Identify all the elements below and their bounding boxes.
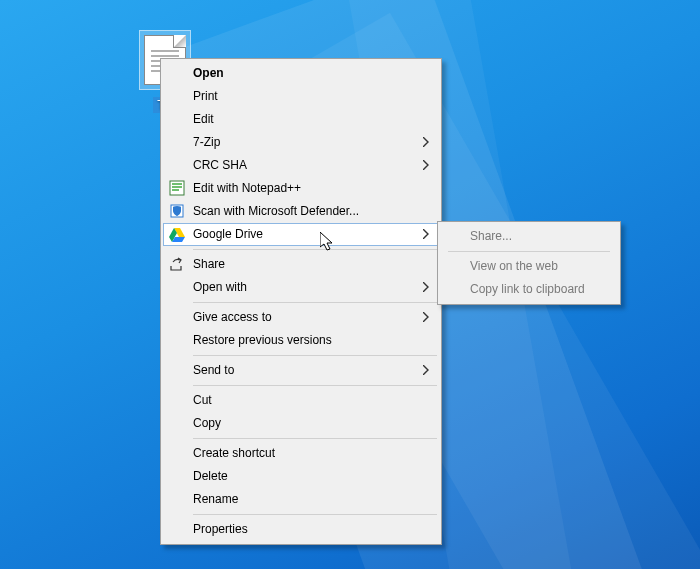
menu-label: Share bbox=[193, 257, 225, 271]
menu-delete[interactable]: Delete bbox=[163, 465, 439, 488]
notepadpp-icon bbox=[169, 180, 185, 196]
svg-rect-3 bbox=[172, 189, 179, 191]
chevron-right-icon bbox=[423, 312, 429, 322]
menu-separator bbox=[193, 355, 437, 356]
menu-send-to[interactable]: Send to bbox=[163, 359, 439, 382]
submenu-view-on-web[interactable]: View on the web bbox=[440, 255, 618, 278]
desktop-background[interactable]: TV Open Print Edit 7-Zip CRC SHA Edit wi… bbox=[0, 0, 700, 569]
menu-label: Open with bbox=[193, 280, 247, 294]
menu-label: Delete bbox=[193, 469, 228, 483]
menu-share[interactable]: Share bbox=[163, 253, 439, 276]
menu-properties[interactable]: Properties bbox=[163, 518, 439, 541]
svg-rect-2 bbox=[172, 186, 182, 188]
menu-label: Cut bbox=[193, 393, 212, 407]
svg-rect-1 bbox=[172, 183, 182, 185]
menu-create-shortcut[interactable]: Create shortcut bbox=[163, 442, 439, 465]
menu-scan-defender[interactable]: Scan with Microsoft Defender... bbox=[163, 200, 439, 223]
context-menu: Open Print Edit 7-Zip CRC SHA Edit with … bbox=[160, 58, 442, 545]
menu-crc-sha[interactable]: CRC SHA bbox=[163, 154, 439, 177]
menu-label: Print bbox=[193, 89, 218, 103]
defender-shield-icon bbox=[169, 203, 185, 219]
menu-7zip[interactable]: 7-Zip bbox=[163, 131, 439, 154]
menu-label: Scan with Microsoft Defender... bbox=[193, 204, 359, 218]
google-drive-icon bbox=[169, 226, 185, 242]
menu-label: Create shortcut bbox=[193, 446, 275, 460]
menu-label: Send to bbox=[193, 363, 234, 377]
menu-copy[interactable]: Copy bbox=[163, 412, 439, 435]
menu-label: Copy link to clipboard bbox=[470, 282, 585, 296]
menu-label: Share... bbox=[470, 229, 512, 243]
chevron-right-icon bbox=[423, 282, 429, 292]
menu-label: Edit bbox=[193, 112, 214, 126]
menu-separator bbox=[193, 249, 437, 250]
menu-open[interactable]: Open bbox=[163, 62, 439, 85]
menu-label: Edit with Notepad++ bbox=[193, 181, 301, 195]
menu-print[interactable]: Print bbox=[163, 85, 439, 108]
menu-label: Google Drive bbox=[193, 227, 263, 241]
chevron-right-icon bbox=[423, 160, 429, 170]
menu-separator bbox=[193, 385, 437, 386]
menu-label: 7-Zip bbox=[193, 135, 220, 149]
submenu-copy-link[interactable]: Copy link to clipboard bbox=[440, 278, 618, 301]
submenu-share[interactable]: Share... bbox=[440, 225, 618, 248]
menu-rename[interactable]: Rename bbox=[163, 488, 439, 511]
menu-label: Copy bbox=[193, 416, 221, 430]
menu-edit-notepadpp[interactable]: Edit with Notepad++ bbox=[163, 177, 439, 200]
menu-restore-previous[interactable]: Restore previous versions bbox=[163, 329, 439, 352]
menu-label: Rename bbox=[193, 492, 238, 506]
menu-separator bbox=[193, 438, 437, 439]
menu-label: Open bbox=[193, 66, 224, 80]
menu-edit[interactable]: Edit bbox=[163, 108, 439, 131]
menu-open-with[interactable]: Open with bbox=[163, 276, 439, 299]
share-icon bbox=[169, 256, 185, 272]
menu-label: CRC SHA bbox=[193, 158, 247, 172]
chevron-right-icon bbox=[423, 365, 429, 375]
chevron-right-icon bbox=[423, 137, 429, 147]
menu-separator bbox=[448, 251, 610, 252]
menu-google-drive[interactable]: Google Drive bbox=[163, 223, 439, 246]
menu-cut[interactable]: Cut bbox=[163, 389, 439, 412]
menu-label: Give access to bbox=[193, 310, 272, 324]
google-drive-submenu: Share... View on the web Copy link to cl… bbox=[437, 221, 621, 305]
menu-separator bbox=[193, 514, 437, 515]
menu-label: Properties bbox=[193, 522, 248, 536]
chevron-right-icon bbox=[423, 229, 429, 239]
menu-label: Restore previous versions bbox=[193, 333, 332, 347]
menu-separator bbox=[193, 302, 437, 303]
menu-label: View on the web bbox=[470, 259, 558, 273]
menu-give-access[interactable]: Give access to bbox=[163, 306, 439, 329]
